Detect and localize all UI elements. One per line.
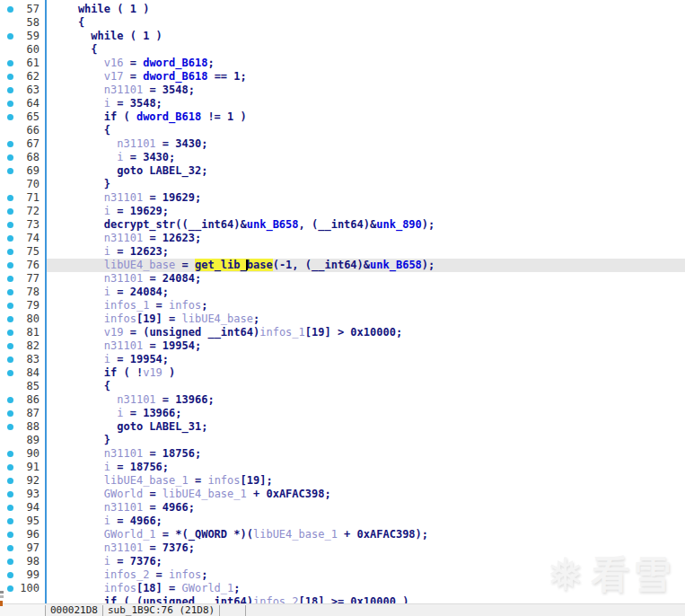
code-text[interactable]: n31101 = 7376; — [45, 541, 685, 555]
code-text[interactable]: v19 = (unsigned __int64)infos_1[19] > 0x… — [45, 326, 685, 339]
line-marker-dot[interactable] — [7, 451, 13, 457]
line-marker-dot[interactable] — [7, 505, 13, 511]
line-marker-dot[interactable] — [7, 33, 13, 40]
code-text[interactable]: infos[19] = libUE4_base; — [45, 312, 685, 326]
code-text[interactable]: n31101 = 3430; — [45, 137, 685, 151]
code-text[interactable]: } — [45, 178, 685, 191]
line-marker-dot[interactable] — [7, 195, 13, 201]
code-line-92[interactable]: 92 libUE4_base_1 = infos[19]; — [0, 474, 685, 488]
code-line-70[interactable]: 70 } — [0, 178, 685, 191]
code-line-98[interactable]: 98 i = 7376; — [0, 555, 685, 568]
line-marker-dot[interactable] — [7, 6, 13, 13]
line-marker-dot[interactable] — [7, 168, 13, 174]
code-text[interactable]: goto LABEL_31; — [45, 420, 685, 434]
code-line-67[interactable]: 67 n31101 = 3430; — [0, 137, 685, 151]
line-marker-dot[interactable] — [7, 370, 13, 376]
code-text[interactable]: i = 4966; — [45, 515, 685, 528]
line-marker-dot[interactable] — [7, 262, 13, 268]
code-text[interactable]: if ( !v19 ) — [45, 366, 685, 380]
code-text[interactable]: n31101 = 13966; — [45, 393, 685, 407]
line-marker-dot[interactable] — [7, 114, 13, 120]
code-line-91[interactable]: 91 i = 18756; — [0, 461, 685, 474]
line-marker-dot[interactable] — [7, 316, 13, 322]
code-line-75[interactable]: 75 i = 12623; — [0, 245, 685, 259]
line-marker-dot[interactable] — [7, 478, 13, 484]
code-text[interactable]: i = 19629; — [45, 205, 685, 218]
code-text[interactable]: n31101 = 19954; — [45, 339, 685, 353]
code-line-60[interactable]: 60 { — [0, 43, 685, 57]
line-marker-dot[interactable] — [7, 532, 13, 538]
line-marker-dot[interactable] — [7, 222, 13, 228]
code-line-96[interactable]: 96 GWorld_1 = *(_QWORD *)(libUE4_base_1 … — [0, 528, 685, 541]
line-marker-dot[interactable] — [7, 491, 13, 497]
code-line-71[interactable]: 71 n31101 = 19629; — [0, 191, 685, 205]
code-line-87[interactable]: 87 i = 13966; — [0, 407, 685, 420]
line-marker-dot[interactable] — [7, 424, 13, 430]
code-line-90[interactable]: 90 n31101 = 18756; — [0, 447, 685, 461]
code-text[interactable]: i = 12623; — [45, 245, 685, 259]
line-marker-dot[interactable] — [7, 545, 13, 551]
code-line-73[interactable]: 73 decrypt_str((__int64)&unk_B658, (__in… — [0, 218, 685, 232]
code-text[interactable]: v17 = dword_B618 == 1; — [45, 70, 685, 84]
code-line-65[interactable]: 65 if ( dword_B618 != 1 ) — [0, 110, 685, 124]
code-line-94[interactable]: 94 n31101 = 4966; — [0, 501, 685, 515]
code-line-83[interactable]: 83 i = 19954; — [0, 353, 685, 366]
code-line-62[interactable]: 62 v17 = dword_B618 == 1; — [0, 70, 685, 84]
code-text[interactable]: { — [45, 380, 685, 393]
line-marker-dot[interactable] — [7, 141, 13, 147]
code-text[interactable]: decrypt_str((__int64)&unk_B658, (__int64… — [45, 218, 685, 232]
code-text[interactable]: n31101 = 4966; — [45, 501, 685, 515]
code-line-79[interactable]: 79 infos_1 = infos; — [0, 299, 685, 312]
code-text[interactable]: n31101 = 24084; — [45, 272, 685, 286]
pseudocode-view[interactable]: 57 while ( 1 )58 {59 while ( 1 )60 {61 v… — [0, 0, 685, 603]
line-marker-dot[interactable] — [7, 276, 13, 282]
code-text[interactable]: i = 7376; — [45, 555, 685, 568]
line-marker-dot[interactable] — [7, 60, 13, 66]
code-text[interactable]: } — [45, 434, 685, 447]
code-line-57[interactable]: 57 while ( 1 ) — [0, 3, 685, 16]
code-line-61[interactable]: 61 v16 = dword_B618; — [0, 57, 685, 70]
code-text[interactable]: libUE4_base = get_lib_base(-1, (__int64)… — [45, 259, 685, 272]
code-line-58[interactable]: 58 { — [0, 16, 685, 30]
code-text[interactable]: i = 3548; — [45, 97, 685, 110]
code-text[interactable]: i = 18756; — [45, 461, 685, 474]
line-marker-dot[interactable] — [7, 343, 13, 349]
code-text[interactable]: i = 3430; — [45, 151, 685, 164]
line-marker-dot[interactable] — [7, 518, 13, 524]
code-text[interactable]: { — [45, 43, 685, 57]
code-line-95[interactable]: 95 i = 4966; — [0, 515, 685, 528]
code-text[interactable]: goto LABEL_32; — [45, 164, 685, 178]
code-text[interactable]: i = 24084; — [45, 286, 685, 299]
line-marker-dot[interactable] — [7, 303, 13, 309]
code-text[interactable]: n31101 = 3548; — [45, 84, 685, 97]
code-text[interactable]: i = 13966; — [45, 407, 685, 420]
code-line-77[interactable]: 77 n31101 = 24084; — [0, 272, 685, 286]
code-line-88[interactable]: 88 goto LABEL_31; — [0, 420, 685, 434]
line-marker-dot[interactable] — [7, 289, 13, 295]
line-marker-dot[interactable] — [7, 249, 13, 255]
line-marker-dot[interactable] — [7, 154, 13, 161]
code-line-76[interactable]: 76 libUE4_base = get_lib_base(-1, (__int… — [0, 259, 685, 272]
code-line-59[interactable]: 59 while ( 1 ) — [0, 30, 685, 43]
code-line-78[interactable]: 78 i = 24084; — [0, 286, 685, 299]
code-line-84[interactable]: 84 if ( !v19 ) — [0, 366, 685, 380]
line-marker-dot[interactable] — [7, 208, 13, 215]
line-marker-dot[interactable] — [7, 464, 13, 471]
code-text[interactable]: GWorld = libUE4_base_1 + 0xAFAC398; — [45, 488, 685, 501]
code-text[interactable]: n31101 = 18756; — [45, 447, 685, 461]
code-text[interactable]: infos[18] = GWorld_1; — [45, 582, 685, 595]
code-text[interactable]: infos_1 = infos; — [45, 299, 685, 312]
line-marker-dot[interactable] — [7, 572, 13, 578]
code-text[interactable]: n31101 = 12623; — [45, 232, 685, 245]
code-line-80[interactable]: 80 infos[19] = libUE4_base; — [0, 312, 685, 326]
code-text[interactable]: while ( 1 ) — [45, 3, 685, 16]
code-line-97[interactable]: 97 n31101 = 7376; — [0, 541, 685, 555]
code-line-82[interactable]: 82 n31101 = 19954; — [0, 339, 685, 353]
code-line-99[interactable]: 99 infos_2 = infos; — [0, 568, 685, 582]
code-line-64[interactable]: 64 i = 3548; — [0, 97, 685, 110]
code-text[interactable]: GWorld_1 = *(_QWORD *)(libUE4_base_1 + 0… — [45, 528, 685, 541]
code-line-72[interactable]: 72 i = 19629; — [0, 205, 685, 218]
line-marker-dot[interactable] — [7, 74, 13, 80]
code-text[interactable]: i = 19954; — [45, 353, 685, 366]
line-marker-dot[interactable] — [7, 397, 13, 403]
